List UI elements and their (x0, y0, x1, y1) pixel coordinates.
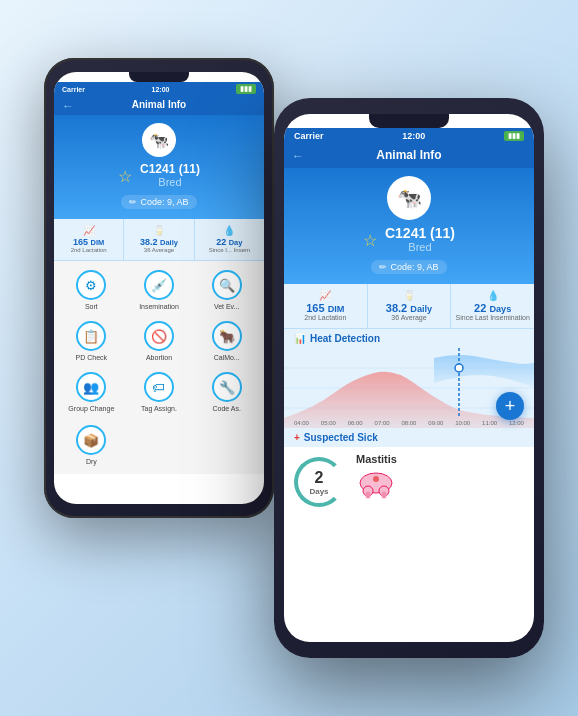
days-number: 2 (315, 469, 324, 487)
sort-icon-back: ⚙ (76, 270, 106, 300)
insemination-icon-back: 💉 (144, 270, 174, 300)
phones-container: Carrier 12:00 ▮▮▮ ← Animal Info 🐄 ☆ C124… (24, 18, 554, 698)
cow-icon-front: 🐄 (387, 176, 431, 220)
heat-chart: 04:00 05:00 06:00 07:00 08:00 09:00 10:0… (284, 348, 534, 428)
name-row-back: ☆ C1241 (11) Bred (66, 162, 252, 191)
cow-icon-back: 🐄 (142, 123, 176, 157)
tag-icon-back: 🏷 (144, 372, 174, 402)
action-vet-back[interactable]: 🔍 Vet Ev... (194, 266, 259, 314)
stats-row-front: 📈 165 DIM 2nd Lactation 🥛 38.2 Daily 36 … (284, 284, 534, 329)
favorite-star-front[interactable]: ☆ (363, 231, 377, 250)
svg-point-10 (382, 492, 387, 499)
code-icon-back: 🔧 (212, 372, 242, 402)
svg-point-5 (455, 364, 463, 372)
animal-status-front: Bred (385, 241, 455, 253)
days-icon-back: 💧 (197, 225, 262, 236)
calv-icon-back: 🐂 (212, 321, 242, 351)
pd-icon-back: 📋 (76, 321, 106, 351)
action-sort-back[interactable]: ⚙ Sort (59, 266, 124, 314)
animal-code-back: ✏ Code: 9, AB (121, 195, 196, 209)
svg-point-11 (373, 476, 379, 482)
phone-front: Carrier 12:00 ▮▮▮ ← Animal Info 🐄 ☆ C124… (274, 98, 544, 658)
action-dry-back[interactable]: 📦 Dry (59, 421, 124, 469)
notch-back (129, 72, 189, 82)
stat-days-front: 💧 22 Days Since Last Insemination (451, 284, 534, 328)
action-grid2-back: 📦 Dry (54, 421, 264, 474)
action-calv-back[interactable]: 🐂 CalMo... (194, 317, 259, 365)
daily-icon-back: 🥛 (126, 225, 191, 236)
phone-front-screen: Carrier 12:00 ▮▮▮ ← Animal Info 🐄 ☆ C124… (284, 114, 534, 642)
days-icon-front: 💧 (453, 290, 532, 301)
app-header-front: ← Animal Info (284, 144, 534, 168)
battery-back: ▮▮▮ (236, 84, 256, 94)
action-insemination-back[interactable]: 💉 Insemination (127, 266, 192, 314)
favorite-star-back[interactable]: ☆ (118, 167, 132, 186)
action-group-back[interactable]: 👥 Group Change (59, 368, 124, 416)
action-pd-back[interactable]: 📋 PD Check (59, 317, 124, 365)
svg-point-9 (366, 492, 371, 499)
action-tag-back[interactable]: 🏷 Tag Assign. (127, 368, 192, 416)
suspected-sick-section: + Suspected Sick 2 Days Mastitis (284, 428, 534, 517)
dim-icon-front: 📈 (286, 290, 365, 301)
time-back: 12:00 (152, 86, 170, 93)
animal-name-front: C1241 (11) (385, 225, 455, 241)
animal-code-front: ✏ Code: 9, AB (371, 260, 446, 274)
stat-days-back: 💧 22 Day Since I... Insem (195, 219, 264, 260)
stat-daily-front: 🥛 38.2 Daily 36 Average (368, 284, 452, 328)
vet-icon-back: 🔍 (212, 270, 242, 300)
heat-detection-header: 📊 Heat Detection (284, 329, 534, 348)
status-bar-front: Carrier 12:00 ▮▮▮ (284, 128, 534, 144)
phone-back-screen: Carrier 12:00 ▮▮▮ ← Animal Info 🐄 ☆ C124… (54, 72, 264, 504)
suspected-sick-header: + Suspected Sick (284, 428, 534, 447)
carrier-front: Carrier (294, 131, 324, 141)
dim-icon-back: 📈 (56, 225, 121, 236)
group-icon-back: 👥 (76, 372, 106, 402)
condition-label: Mastitis (356, 453, 397, 465)
daily-icon-front: 🥛 (370, 290, 449, 301)
animal-info-front: 🐄 ☆ C1241 (11) Bred ✏ Code: 9, AB (284, 168, 534, 284)
action-grid-back: ⚙ Sort 💉 Insemination 🔍 Vet Ev... 📋 PD C… (54, 261, 264, 421)
stat-dim-front: 📈 165 DIM 2nd Lactation (284, 284, 368, 328)
animal-name-back: C1241 (11) (140, 162, 200, 176)
chart-time-labels: 04:00 05:00 06:00 07:00 08:00 09:00 10:0… (284, 420, 534, 426)
animal-status-back: Bred (140, 176, 200, 188)
udder-icon (356, 469, 396, 511)
action-code-back[interactable]: 🔧 Code As. (194, 368, 259, 416)
days-label: Days (309, 487, 328, 496)
back-button-front[interactable]: ← (292, 149, 304, 163)
dry-icon-back: 📦 (76, 425, 106, 455)
phone-back: Carrier 12:00 ▮▮▮ ← Animal Info 🐄 ☆ C124… (44, 58, 274, 518)
name-row-front: ☆ C1241 (11) Bred (296, 225, 522, 256)
stat-dim-back: 📈 165 DIM 2nd Lactation (54, 219, 124, 260)
status-bar-back: Carrier 12:00 ▮▮▮ (54, 82, 264, 96)
back-button-back[interactable]: ← (62, 99, 74, 113)
heat-icon: 📊 (294, 333, 306, 344)
battery-front: ▮▮▮ (504, 131, 524, 141)
days-circle: 2 Days (294, 457, 344, 507)
notch-front (369, 114, 449, 128)
action-abortion-back[interactable]: 🚫 Abortion (127, 317, 192, 365)
stat-daily-back: 🥛 38.2 Daily 36 Average (124, 219, 194, 260)
time-front: 12:00 (402, 131, 425, 141)
carrier-back: Carrier (62, 86, 85, 93)
heat-detection-area: 📊 Heat Detection (284, 329, 534, 428)
animal-info-back: 🐄 ☆ C1241 (11) Bred ✏ Code: 9, AB (54, 115, 264, 219)
abortion-icon-back: 🚫 (144, 321, 174, 351)
mastitis-section: Mastitis (356, 453, 397, 511)
stats-row-back: 📈 165 DIM 2nd Lactation 🥛 38.2 Daily 36 … (54, 219, 264, 261)
plus-icon: + (294, 432, 300, 443)
app-header-back: ← Animal Info (54, 96, 264, 115)
suspected-sick-content: 2 Days Mastitis (284, 447, 534, 517)
